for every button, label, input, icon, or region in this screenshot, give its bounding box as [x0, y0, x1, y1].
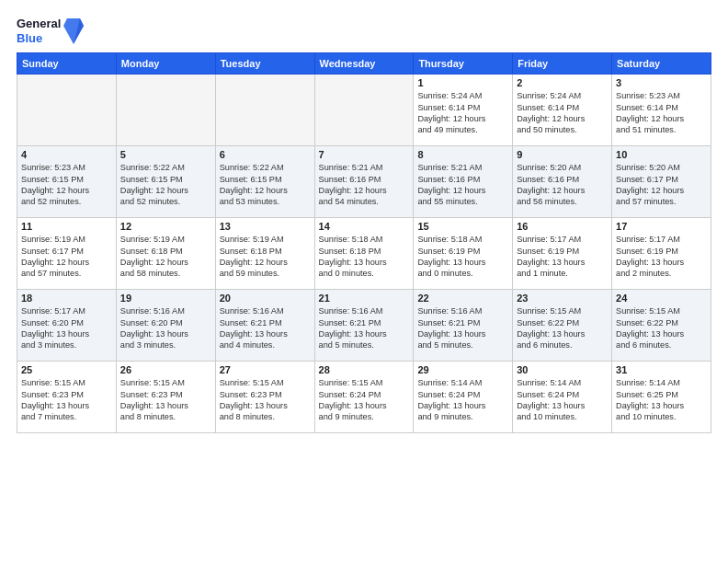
logo: General Blue: [17, 17, 84, 45]
calendar-cell: 23Sunrise: 5:15 AM Sunset: 6:22 PM Dayli…: [513, 290, 612, 362]
calendar-cell: 13Sunrise: 5:19 AM Sunset: 6:18 PM Dayli…: [215, 218, 314, 290]
day-info: Sunrise: 5:23 AM Sunset: 6:15 PM Dayligh…: [21, 162, 112, 208]
calendar-cell: 27Sunrise: 5:15 AM Sunset: 6:23 PM Dayli…: [215, 362, 314, 433]
weekday-header: Wednesday: [314, 53, 414, 75]
calendar-week-row: 25Sunrise: 5:15 AM Sunset: 6:23 PM Dayli…: [17, 362, 711, 433]
calendar-cell: 10Sunrise: 5:20 AM Sunset: 6:17 PM Dayli…: [612, 146, 711, 218]
calendar-cell: 31Sunrise: 5:14 AM Sunset: 6:25 PM Dayli…: [612, 362, 711, 433]
day-number: 1: [417, 77, 508, 88]
weekday-header: Monday: [116, 53, 215, 75]
weekday-header: Saturday: [612, 53, 711, 75]
day-number: 10: [616, 149, 707, 160]
day-number: 20: [220, 293, 311, 304]
day-info: Sunrise: 5:15 AM Sunset: 6:23 PM Dayligh…: [220, 377, 311, 423]
day-number: 26: [120, 364, 211, 375]
logo-text: General Blue: [17, 17, 61, 45]
day-info: Sunrise: 5:17 AM Sunset: 6:20 PM Dayligh…: [21, 305, 112, 351]
day-number: 2: [517, 77, 608, 88]
calendar-cell: [116, 75, 215, 146]
day-number: 6: [220, 149, 311, 160]
calendar-cell: 28Sunrise: 5:15 AM Sunset: 6:24 PM Dayli…: [314, 362, 414, 433]
logo-blue: Blue: [17, 31, 61, 46]
day-number: 9: [517, 149, 608, 160]
day-number: 13: [220, 221, 311, 232]
day-number: 11: [21, 221, 112, 232]
day-info: Sunrise: 5:24 AM Sunset: 6:14 PM Dayligh…: [417, 90, 508, 136]
logo-icon: [63, 18, 84, 44]
calendar-cell: 3Sunrise: 5:23 AM Sunset: 6:14 PM Daylig…: [612, 75, 711, 146]
day-number: 31: [616, 364, 707, 375]
calendar-cell: 19Sunrise: 5:16 AM Sunset: 6:20 PM Dayli…: [116, 290, 215, 362]
calendar-cell: [314, 75, 414, 146]
calendar-cell: 4Sunrise: 5:23 AM Sunset: 6:15 PM Daylig…: [17, 146, 117, 218]
calendar-page: General Blue SundayMondayTuesdayWednesda…: [0, 0, 728, 563]
day-info: Sunrise: 5:19 AM Sunset: 6:18 PM Dayligh…: [120, 234, 211, 280]
day-number: 3: [616, 77, 707, 88]
day-number: 23: [517, 293, 608, 304]
calendar-cell: 22Sunrise: 5:16 AM Sunset: 6:21 PM Dayli…: [414, 290, 513, 362]
calendar-cell: 8Sunrise: 5:21 AM Sunset: 6:16 PM Daylig…: [414, 146, 513, 218]
day-info: Sunrise: 5:15 AM Sunset: 6:23 PM Dayligh…: [120, 377, 211, 423]
day-info: Sunrise: 5:17 AM Sunset: 6:19 PM Dayligh…: [616, 234, 707, 280]
day-info: Sunrise: 5:23 AM Sunset: 6:14 PM Dayligh…: [616, 90, 707, 136]
day-info: Sunrise: 5:24 AM Sunset: 6:14 PM Dayligh…: [517, 90, 608, 136]
calendar-cell: 16Sunrise: 5:17 AM Sunset: 6:19 PM Dayli…: [513, 218, 612, 290]
day-number: 25: [21, 364, 112, 375]
day-number: 4: [21, 149, 112, 160]
day-number: 19: [120, 293, 211, 304]
calendar-table: SundayMondayTuesdayWednesdayThursdayFrid…: [17, 52, 711, 433]
day-info: Sunrise: 5:20 AM Sunset: 6:17 PM Dayligh…: [616, 162, 707, 208]
day-info: Sunrise: 5:16 AM Sunset: 6:21 PM Dayligh…: [220, 305, 311, 351]
day-number: 24: [616, 293, 707, 304]
calendar-cell: 29Sunrise: 5:14 AM Sunset: 6:24 PM Dayli…: [414, 362, 513, 433]
day-number: 16: [517, 221, 608, 232]
calendar-cell: [17, 75, 117, 146]
day-number: 12: [120, 221, 211, 232]
day-number: 27: [220, 364, 311, 375]
day-info: Sunrise: 5:16 AM Sunset: 6:21 PM Dayligh…: [417, 305, 508, 351]
calendar-cell: 20Sunrise: 5:16 AM Sunset: 6:21 PM Dayli…: [215, 290, 314, 362]
day-info: Sunrise: 5:22 AM Sunset: 6:15 PM Dayligh…: [220, 162, 311, 208]
calendar-cell: 18Sunrise: 5:17 AM Sunset: 6:20 PM Dayli…: [17, 290, 117, 362]
day-info: Sunrise: 5:16 AM Sunset: 6:21 PM Dayligh…: [319, 305, 410, 351]
calendar-cell: 21Sunrise: 5:16 AM Sunset: 6:21 PM Dayli…: [314, 290, 414, 362]
day-info: Sunrise: 5:14 AM Sunset: 6:24 PM Dayligh…: [517, 377, 608, 423]
day-info: Sunrise: 5:22 AM Sunset: 6:15 PM Dayligh…: [120, 162, 211, 208]
weekday-header: Sunday: [17, 53, 117, 75]
day-info: Sunrise: 5:14 AM Sunset: 6:24 PM Dayligh…: [417, 377, 508, 423]
day-number: 5: [120, 149, 211, 160]
weekday-header: Friday: [513, 53, 612, 75]
day-number: 8: [417, 149, 508, 160]
calendar-cell: 7Sunrise: 5:21 AM Sunset: 6:16 PM Daylig…: [314, 146, 414, 218]
day-info: Sunrise: 5:15 AM Sunset: 6:22 PM Dayligh…: [517, 305, 608, 351]
day-number: 29: [417, 364, 508, 375]
calendar-week-row: 1Sunrise: 5:24 AM Sunset: 6:14 PM Daylig…: [17, 75, 711, 146]
calendar-week-row: 18Sunrise: 5:17 AM Sunset: 6:20 PM Dayli…: [17, 290, 711, 362]
calendar-cell: 25Sunrise: 5:15 AM Sunset: 6:23 PM Dayli…: [17, 362, 117, 433]
day-info: Sunrise: 5:15 AM Sunset: 6:22 PM Dayligh…: [616, 305, 707, 351]
day-number: 18: [21, 293, 112, 304]
day-info: Sunrise: 5:19 AM Sunset: 6:18 PM Dayligh…: [220, 234, 311, 280]
calendar-week-row: 11Sunrise: 5:19 AM Sunset: 6:17 PM Dayli…: [17, 218, 711, 290]
weekday-header-row: SundayMondayTuesdayWednesdayThursdayFrid…: [17, 53, 711, 75]
page-header: General Blue: [17, 17, 711, 45]
day-info: Sunrise: 5:15 AM Sunset: 6:24 PM Dayligh…: [319, 377, 410, 423]
weekday-header: Tuesday: [215, 53, 314, 75]
day-info: Sunrise: 5:21 AM Sunset: 6:16 PM Dayligh…: [319, 162, 410, 208]
logo-general: General: [17, 17, 61, 31]
calendar-cell: 9Sunrise: 5:20 AM Sunset: 6:16 PM Daylig…: [513, 146, 612, 218]
day-number: 21: [319, 293, 410, 304]
day-number: 28: [319, 364, 410, 375]
day-number: 15: [417, 221, 508, 232]
calendar-cell: 14Sunrise: 5:18 AM Sunset: 6:18 PM Dayli…: [314, 218, 414, 290]
day-info: Sunrise: 5:18 AM Sunset: 6:18 PM Dayligh…: [319, 234, 410, 280]
calendar-cell: 6Sunrise: 5:22 AM Sunset: 6:15 PM Daylig…: [215, 146, 314, 218]
day-info: Sunrise: 5:19 AM Sunset: 6:17 PM Dayligh…: [21, 234, 112, 280]
day-info: Sunrise: 5:18 AM Sunset: 6:19 PM Dayligh…: [417, 234, 508, 280]
calendar-cell: 24Sunrise: 5:15 AM Sunset: 6:22 PM Dayli…: [612, 290, 711, 362]
day-number: 30: [517, 364, 608, 375]
day-info: Sunrise: 5:16 AM Sunset: 6:20 PM Dayligh…: [120, 305, 211, 351]
day-number: 14: [319, 221, 410, 232]
calendar-week-row: 4Sunrise: 5:23 AM Sunset: 6:15 PM Daylig…: [17, 146, 711, 218]
calendar-cell: 2Sunrise: 5:24 AM Sunset: 6:14 PM Daylig…: [513, 75, 612, 146]
